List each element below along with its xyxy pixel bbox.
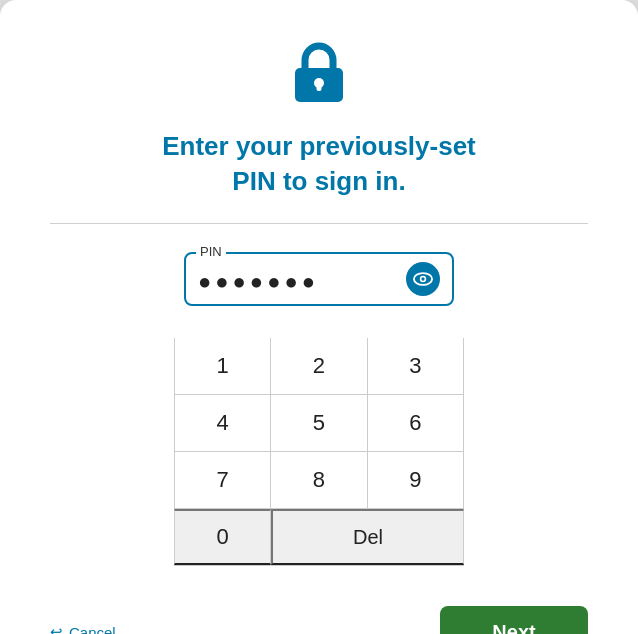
lock-icon (291, 40, 347, 113)
cancel-button[interactable]: ↩ Cancel (50, 623, 116, 634)
numpad-key-1[interactable]: 1 (174, 338, 271, 394)
numpad-key-0[interactable]: 0 (174, 509, 271, 565)
title-divider (50, 223, 588, 224)
numpad-key-9[interactable]: 9 (368, 452, 464, 508)
numpad-key-8[interactable]: 8 (271, 452, 367, 508)
svg-point-5 (421, 278, 424, 281)
numpad-key-5[interactable]: 5 (271, 395, 367, 451)
svg-rect-2 (317, 83, 322, 91)
numpad: 1 2 3 4 5 6 7 8 9 0 Del (174, 338, 464, 566)
numpad-key-6[interactable]: 6 (368, 395, 464, 451)
numpad-row-1: 1 2 3 (174, 338, 464, 395)
pin-label: PIN (196, 244, 226, 259)
numpad-key-4[interactable]: 4 (174, 395, 271, 451)
pin-field: PIN ●●●●●●● (184, 252, 454, 306)
next-button[interactable]: Next (440, 606, 588, 634)
numpad-key-7[interactable]: 7 (174, 452, 271, 508)
numpad-row-3: 7 8 9 (174, 452, 464, 509)
numpad-key-3[interactable]: 3 (368, 338, 464, 394)
numpad-key-2[interactable]: 2 (271, 338, 367, 394)
numpad-row-bottom: 0 Del (174, 509, 464, 566)
pin-value: ●●●●●●● (198, 263, 319, 295)
pin-modal: Enter your previously-set PIN to sign in… (0, 0, 638, 634)
numpad-row-2: 4 5 6 (174, 395, 464, 452)
numpad-key-del[interactable]: Del (271, 509, 464, 565)
toggle-visibility-button[interactable] (406, 262, 440, 296)
footer: ↩ Cancel Next (50, 598, 588, 634)
page-title: Enter your previously-set PIN to sign in… (162, 129, 476, 199)
back-arrow-icon: ↩ (50, 623, 63, 634)
